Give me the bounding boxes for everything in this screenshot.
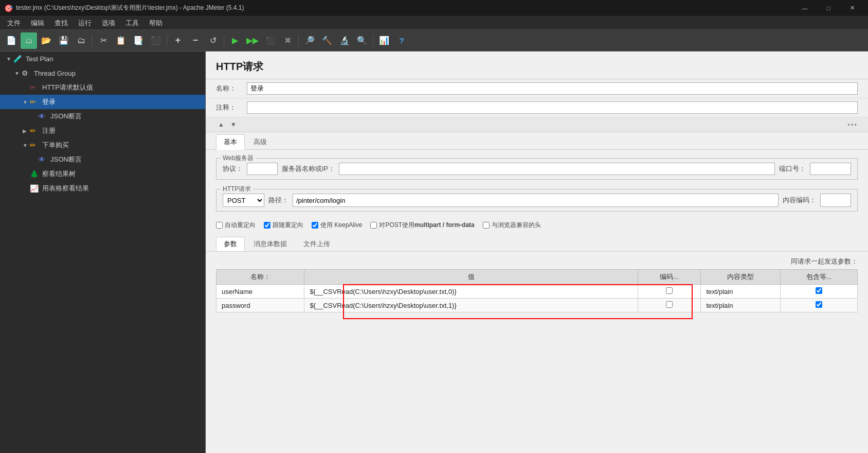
expand-button[interactable]: ⬛ [148,32,164,49]
multipart-checkbox[interactable]: 对POST使用multipart / form-data [370,221,474,230]
port-input[interactable] [810,163,851,175]
method-select[interactable]: POST GET PUT DELETE [223,194,264,207]
tab-advanced[interactable]: 高级 [246,134,275,149]
save-as-button[interactable]: 🗂 [73,32,89,49]
keep-alive-label: 使用 KeepAlive [320,221,362,230]
tree-item-thread-group[interactable]: ▼ ⚙ Thread Group [0,66,205,80]
close-button[interactable]: ✕ [840,0,864,16]
search-button[interactable]: 🔍 [354,32,370,49]
cell-value-1: ${__CSVRead(C:\Users\hzxy\Desktop\user.t… [304,285,638,299]
tree-item-json-assertion-2[interactable]: 👁 JSON断言 [0,152,205,167]
menu-help[interactable]: 帮助 [144,18,168,29]
icon-thread-group: ⚙ [22,69,32,77]
col-encode: 编码... [638,270,700,285]
encode-checkbox-2[interactable] [666,301,673,308]
follow-redirect-checkbox[interactable]: 跟随重定向 [264,221,303,230]
maximize-button[interactable]: □ [817,0,840,16]
icon-order: ✏ [30,141,40,149]
tree-item-view-results-tree[interactable]: 🌲 察看结果树 [0,167,205,181]
remove-element-button[interactable]: − [187,32,204,49]
run-no-pause-button[interactable]: ▶▶ [244,32,261,49]
copy-button[interactable]: 📋 [113,32,129,49]
hostname-input[interactable] [339,163,775,175]
multipart-input[interactable] [370,222,377,229]
checkboxes-row: 自动重定向 跟随重定向 使用 KeepAlive 对POST使用multipar… [206,218,868,233]
help-button[interactable]: ? [393,32,410,49]
menu-tools[interactable]: 工具 [120,18,144,29]
browser-compat-checkbox[interactable]: 与浏览器兼容的头 [483,221,541,230]
comment-input[interactable] [247,101,858,114]
include-checkbox-1[interactable] [816,287,822,294]
tree-item-json-assertion-1[interactable]: 👁 JSON断言 [0,109,205,124]
sub-tab-body-data[interactable]: 消息体数据 [246,237,295,251]
comment-label: 注释： [216,103,247,112]
cell-name-1: userName [216,285,304,299]
encode-checkbox-1[interactable] [666,287,673,294]
more-options-dots[interactable]: ••• [847,121,858,129]
menu-search[interactable]: 查找 [49,18,73,29]
path-input[interactable] [293,194,779,207]
stop-button[interactable]: ⬛ [262,32,278,49]
app-icon: 🎯 [4,4,13,12]
icon-view-results-tree: 🌲 [30,170,40,178]
arrow-register: ▶ [23,128,30,134]
toolbar-separator-5 [373,34,373,47]
auto-redirect-label: 自动重定向 [225,221,256,230]
new-file-button[interactable]: 📄 [3,32,20,49]
sub-tab-bar: 参数 消息体数据 文件上传 [206,235,868,252]
add-element-button[interactable]: + [170,32,186,49]
remote-tools-button[interactable]: 🔨 [319,32,335,49]
sub-tab-file-upload[interactable]: 文件上传 [296,237,338,251]
cell-name-2: password [216,299,304,312]
tree-item-view-results-table[interactable]: 📈 用表格察看结果 [0,181,205,196]
main-layout: ▼ 🧪 Test Plan ▼ ⚙ Thread Group ✂ HTTP请求默… [0,51,868,453]
move-up-button[interactable]: ▲ [216,119,226,130]
protocol-input[interactable] [247,163,278,175]
include-checkbox-2[interactable] [816,301,822,308]
keep-alive-input[interactable] [312,222,318,229]
name-label: 名称： [216,84,247,93]
follow-redirect-input[interactable] [264,222,270,229]
keep-alive-checkbox[interactable]: 使用 KeepAlive [312,221,362,230]
paste-button[interactable]: 📑 [130,32,147,49]
open-button[interactable]: 📂 [38,32,55,49]
menu-run[interactable]: 运行 [73,18,97,29]
auto-redirect-input[interactable] [216,222,223,229]
list-button[interactable]: 📊 [376,32,392,49]
menu-file[interactable]: 文件 [2,18,26,29]
toolbar-separator-4 [298,34,299,47]
run-button[interactable]: ▶ [227,32,243,49]
menu-options[interactable]: 选项 [97,18,120,29]
browser-compat-input[interactable] [483,222,490,229]
web-server-legend: Web服务器 [221,154,256,163]
tree-item-http-defaults[interactable]: ✂ HTTP请求默认值 [0,80,205,95]
get-dns-button[interactable]: 🔬 [336,32,353,49]
tree-item-login[interactable]: ▼ ✏ 登录 [0,95,205,109]
stop-now-button[interactable]: ✖ [279,32,296,49]
remote-start-button[interactable]: 🔎 [301,32,318,49]
sidebar: ▼ 🧪 Test Plan ▼ ⚙ Thread Group ✂ HTTP请求默… [0,51,206,453]
panel-title: HTTP请求 [206,51,868,79]
move-down-button[interactable]: ▼ [228,119,239,130]
tree-item-register[interactable]: ▶ ✏ 注册 [0,124,205,138]
minimize-button[interactable]: — [793,0,817,16]
menu-edit[interactable]: 编辑 [26,18,49,29]
content-enc-input[interactable] [820,194,851,207]
content-area: HTTP请求 名称： 注释： ▲ ▼ ••• 基本 高级 Web服务器 [206,51,868,453]
hostname-label: 服务器名称或IP： [282,164,335,173]
params-table-section: 同请求一起发送参数： 名称： 值 编码... 内容类型 包含等... [206,252,868,453]
templates-button[interactable]: 🗂 [21,32,37,49]
tree-item-test-plan[interactable]: ▼ 🧪 Test Plan [0,51,205,66]
clear-all-button[interactable]: ↺ [205,32,221,49]
table-wrapper: 名称： 值 编码... 内容类型 包含等... userName ${__CSV… [216,269,858,312]
cut-button[interactable]: ✂ [95,32,112,49]
arrow-login: ▼ [23,99,30,105]
tree-item-order[interactable]: ▼ ✏ 下单购买 [0,138,205,152]
name-input[interactable] [247,82,858,95]
sub-tab-params[interactable]: 参数 [216,237,245,251]
tab-basic[interactable]: 基本 [216,134,245,150]
label-http-defaults: HTTP请求默认值 [42,83,205,92]
save-button[interactable]: 💾 [56,32,72,49]
arrow-thread-group: ▼ [14,71,22,76]
auto-redirect-checkbox[interactable]: 自动重定向 [216,221,256,230]
